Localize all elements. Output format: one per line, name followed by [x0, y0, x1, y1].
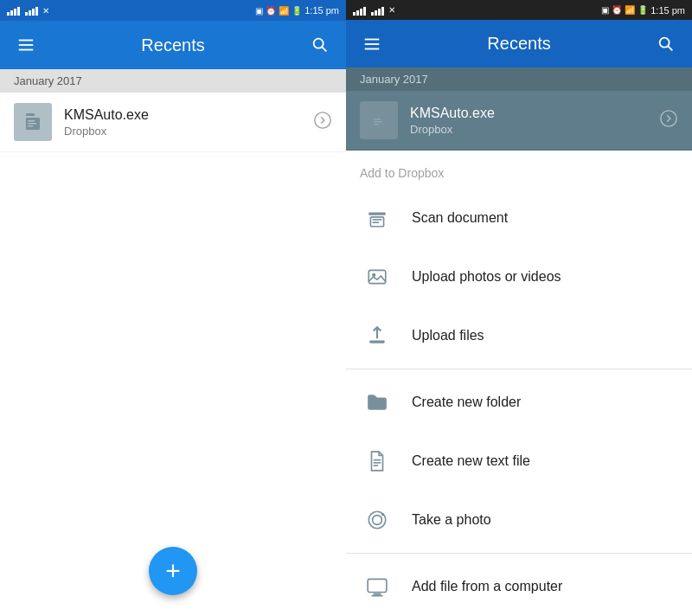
left-file-source: Dropbox [64, 125, 313, 138]
upload-files-icon [360, 318, 394, 353]
scan-document-icon [360, 201, 394, 235]
svg-rect-36 [374, 594, 381, 595]
left-toolbar: Recents [0, 21, 346, 69]
upload-files-label: Upload files [412, 328, 484, 343]
take-photo-item[interactable]: Take a photo [346, 491, 692, 549]
wifi-icon: 📶 [279, 6, 289, 16]
right-chevron-icon[interactable] [659, 109, 678, 132]
left-file-icon [14, 103, 52, 141]
svg-line-4 [322, 47, 326, 51]
left-chevron-icon[interactable] [313, 111, 332, 134]
scan-document-item[interactable]: Scan document [346, 189, 692, 247]
right-menu-button[interactable] [360, 35, 384, 54]
svg-point-33 [373, 516, 382, 525]
menu-divider-1 [346, 369, 692, 369]
upload-photos-icon [360, 260, 394, 294]
upload-photos-label: Upload photos or videos [412, 269, 561, 285]
right-alarm-icon: ⏰ [612, 5, 622, 15]
network-off-icon: ✕ [42, 6, 49, 16]
take-photo-icon [360, 503, 394, 537]
svg-rect-5 [26, 113, 35, 116]
take-photo-label: Take a photo [412, 512, 491, 528]
left-panel: ✕ ▣ ⏰ 📶 🔋 1:15 pm Recents January 201 [0, 0, 346, 616]
upload-files-item[interactable]: Upload files [346, 306, 692, 365]
create-folder-icon [360, 385, 394, 420]
create-text-file-label: Create new text file [412, 453, 530, 469]
fab-button[interactable]: + [149, 547, 197, 595]
add-computer-item[interactable]: Add file from a computer [346, 557, 692, 616]
left-status-bar: ✕ ▣ ⏰ 📶 🔋 1:15 pm [0, 0, 346, 21]
upload-photos-item[interactable]: Upload photos or videos [346, 247, 692, 306]
right-status-left: ✕ [353, 5, 395, 16]
svg-rect-26 [368, 270, 386, 283]
left-file-item[interactable]: KMSAuto.exe Dropbox [0, 93, 346, 152]
alarm-icon: ⏰ [266, 6, 276, 16]
right-battery-icon: 🔋 [638, 5, 648, 15]
svg-point-21 [661, 110, 676, 125]
add-section-header: Add to Dropbox [346, 151, 692, 189]
right-status-right: ▣ ⏰ 📶 🔋 1:15 pm [601, 5, 685, 16]
add-computer-label: Add file from a computer [412, 579, 562, 594]
left-menu-button[interactable] [14, 35, 38, 55]
left-file-name: KMSAuto.exe [64, 107, 313, 123]
svg-point-27 [372, 273, 375, 277]
fab-plus-icon: + [165, 558, 181, 584]
svg-rect-29 [374, 459, 381, 461]
svg-rect-28 [369, 340, 384, 343]
svg-rect-1 [19, 44, 34, 46]
svg-point-34 [381, 513, 384, 516]
left-status-right: ▣ ⏰ 📶 🔋 1:15 pm [255, 5, 339, 16]
right-signal-icon-2 [371, 5, 384, 16]
svg-rect-25 [373, 221, 380, 223]
battery-icon: 🔋 [292, 6, 302, 16]
right-file-name: KMSAuto.exe [410, 106, 659, 121]
right-toolbar: Recents [346, 20, 692, 67]
signal-icon [7, 5, 20, 16]
svg-line-15 [668, 46, 672, 50]
svg-rect-24 [373, 219, 382, 221]
create-folder-item[interactable]: Create new folder [346, 373, 692, 432]
right-status-bar: ✕ ▣ ⏰ 📶 🔋 1:15 pm [346, 0, 692, 20]
right-sim-icon: ▣ [601, 5, 609, 15]
left-section-header: January 2017 [0, 69, 346, 93]
sim-icon: ▣ [255, 6, 263, 16]
menu-divider-2 [346, 553, 692, 554]
left-status-left: ✕ [7, 5, 49, 16]
create-text-file-icon [360, 444, 394, 478]
right-wifi-icon: 📶 [625, 5, 635, 15]
right-file-item[interactable]: KMSAuto.exe Dropbox [346, 91, 692, 151]
scan-document-label: Scan document [412, 210, 508, 226]
svg-rect-0 [19, 40, 34, 42]
left-file-info: KMSAuto.exe Dropbox [64, 107, 313, 138]
create-folder-label: Create new folder [412, 395, 521, 410]
svg-rect-12 [365, 43, 380, 45]
svg-rect-18 [374, 119, 381, 120]
svg-rect-20 [374, 124, 379, 125]
right-time: 1:15 pm [650, 5, 685, 16]
svg-rect-19 [374, 121, 382, 123]
right-title: Recents [384, 34, 654, 54]
svg-rect-13 [365, 48, 380, 49]
svg-rect-31 [374, 465, 378, 466]
right-mute-icon: ✕ [388, 5, 395, 15]
left-search-button[interactable] [308, 35, 332, 55]
right-file-info: KMSAuto.exe Dropbox [410, 106, 659, 136]
svg-rect-2 [19, 49, 34, 51]
signal-icon-2 [25, 5, 38, 16]
right-panel: ✕ ▣ ⏰ 📶 🔋 1:15 pm Recents January 201 [346, 0, 692, 616]
left-title: Recents [38, 35, 308, 55]
time-left: 1:15 pm [304, 5, 339, 16]
svg-rect-22 [368, 213, 386, 215]
svg-rect-7 [28, 120, 35, 122]
right-file-source: Dropbox [410, 123, 659, 136]
right-file-icon [360, 101, 398, 139]
add-computer-icon [360, 569, 394, 604]
right-search-button[interactable] [654, 35, 678, 54]
svg-rect-35 [368, 579, 387, 592]
svg-rect-16 [372, 112, 381, 114]
create-text-file-item[interactable]: Create new text file [346, 432, 692, 491]
svg-rect-9 [28, 125, 33, 127]
right-section-header: January 2017 [346, 67, 692, 91]
svg-rect-37 [372, 595, 383, 597]
svg-point-10 [315, 112, 330, 127]
